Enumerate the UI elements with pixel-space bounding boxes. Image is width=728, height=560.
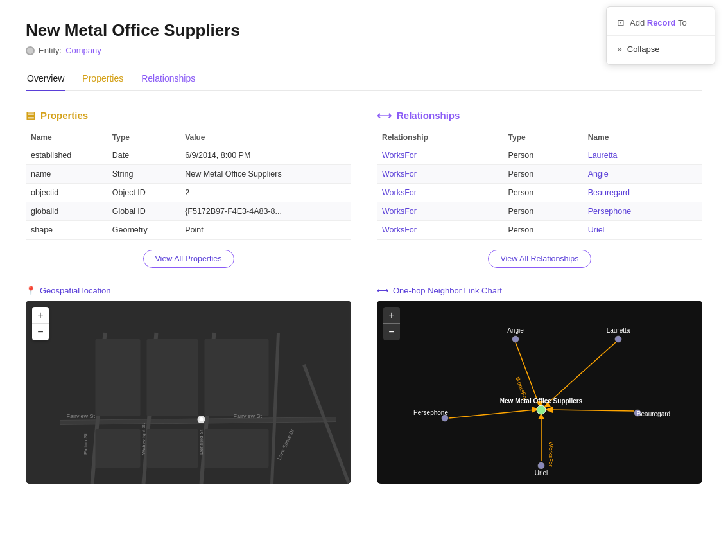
svg-rect-8 <box>96 339 141 416</box>
col-relationship: Relationship <box>377 129 503 146</box>
view-all-properties-container: View All Properties <box>26 250 351 268</box>
rel-name[interactable]: Lauretta <box>583 146 702 165</box>
rel-name[interactable]: Uriel <box>583 221 702 240</box>
svg-point-21 <box>200 417 204 421</box>
svg-point-39 <box>615 336 621 342</box>
rel-type: Person <box>503 221 583 240</box>
svg-rect-13 <box>205 429 269 468</box>
svg-rect-9 <box>96 429 141 468</box>
rel-relationship[interactable]: WorksFor <box>377 221 503 240</box>
prop-value: {F5172B97-F4E3-4A83-8... <box>180 202 351 221</box>
svg-point-43 <box>538 462 544 469</box>
prop-name: objectid <box>26 184 107 202</box>
view-all-relationships-container: View All Relationships <box>377 250 702 268</box>
svg-text:WorksFor: WorksFor <box>548 442 554 467</box>
svg-rect-12 <box>205 339 269 416</box>
properties-section-header: ▤ Properties <box>26 109 351 121</box>
tab-properties[interactable]: Properties <box>81 68 125 91</box>
relationship-row: WorksFor Person Persephone <box>377 202 702 221</box>
graph-zoom-out-button[interactable]: − <box>383 324 400 340</box>
relationships-section-header: ⟷ Relationships <box>377 109 702 121</box>
svg-text:Fairview St: Fairview St <box>67 413 96 419</box>
map-zoom-out-button[interactable]: − <box>32 324 49 340</box>
svg-rect-11 <box>147 429 198 468</box>
graph-container[interactable]: + − WorksFor <box>377 301 702 484</box>
prop-value: New Metal Office Suppliers <box>180 165 351 184</box>
svg-rect-10 <box>147 339 198 416</box>
prop-name: name <box>26 165 107 184</box>
svg-text:Fairview St: Fairview St <box>234 413 263 419</box>
col-rel-name: Name <box>583 129 702 146</box>
prop-type: Object ID <box>107 184 180 202</box>
collapse-label: Collapse <box>627 44 660 54</box>
properties-icon: ▤ <box>26 109 35 121</box>
map-controls: + − <box>32 307 49 340</box>
rel-name[interactable]: Angie <box>583 165 702 184</box>
prop-name: shape <box>26 221 107 240</box>
graph-svg: WorksFor WorksFor <box>377 301 702 484</box>
rel-relationship[interactable]: WorksFor <box>377 202 503 221</box>
add-record-item[interactable]: ⊡ Add Record To <box>607 12 715 33</box>
add-record-label: Add Record To <box>630 18 687 28</box>
svg-text:New Metal Office Suppliers: New Metal Office Suppliers <box>500 398 583 405</box>
prop-type: Geometry <box>107 221 180 240</box>
rel-type: Person <box>503 202 583 221</box>
rel-name[interactable]: Beauregard <box>583 184 702 202</box>
col-name: Name <box>26 129 107 146</box>
menu-divider <box>607 35 715 36</box>
relationship-row: WorksFor Person Angie <box>377 165 702 184</box>
entity-label: Entity: <box>39 46 62 55</box>
properties-row: name String New Metal Office Suppliers <box>26 165 351 184</box>
svg-text:Angie: Angie <box>507 327 524 334</box>
properties-section: ▤ Properties Name Type Value established… <box>26 109 351 268</box>
rel-name[interactable]: Persephone <box>583 202 702 221</box>
graph-title: One-hop Neighbor Link Chart <box>393 286 502 295</box>
graph-zoom-in-button[interactable]: + <box>383 307 400 324</box>
collapse-item[interactable]: » Collapse <box>607 39 715 59</box>
entity-dot-icon <box>26 46 35 55</box>
relationships-section: ⟷ Relationships Relationship Type Name W… <box>377 109 702 268</box>
map-container[interactable]: + − <box>26 301 351 484</box>
rel-type: Person <box>503 184 583 202</box>
map-zoom-in-button[interactable]: + <box>32 307 49 324</box>
rel-relationship[interactable]: WorksFor <box>377 146 503 165</box>
col-type: Type <box>107 129 180 146</box>
properties-relationships-row: ▤ Properties Name Type Value established… <box>26 109 702 268</box>
relationships-table: Relationship Type Name WorksFor Person L… <box>377 129 702 240</box>
prop-value: 2 <box>180 184 351 202</box>
tab-relationships[interactable]: Relationships <box>140 68 196 91</box>
graph-controls: + − <box>383 307 400 340</box>
svg-text:Patton St: Patton St <box>83 433 89 455</box>
prop-type: Global ID <box>107 202 180 221</box>
prop-value: 6/9/2014, 8:00 PM <box>180 146 351 165</box>
geospatial-section: 📍 Geospatial location + − <box>26 286 351 484</box>
tab-overview[interactable]: Overview <box>26 68 65 91</box>
prop-type: String <box>107 165 180 184</box>
svg-text:Persephone: Persephone <box>413 409 448 416</box>
rel-relationship[interactable]: WorksFor <box>377 184 503 202</box>
location-pin-icon: 📍 <box>26 286 36 295</box>
relationship-row: WorksFor Person Lauretta <box>377 146 702 165</box>
properties-row: shape Geometry Point <box>26 221 351 240</box>
svg-text:Uriel: Uriel <box>535 469 548 477</box>
svg-point-35 <box>537 405 546 414</box>
graph-section: ⟷ One-hop Neighbor Link Chart + − <box>377 286 702 484</box>
svg-rect-22 <box>387 301 692 484</box>
bottom-row: 📍 Geospatial location + − <box>26 286 702 484</box>
rel-relationship[interactable]: WorksFor <box>377 165 503 184</box>
properties-table: Name Type Value established Date 6/9/201… <box>26 129 351 240</box>
rel-type: Person <box>503 146 583 165</box>
context-menu: ⊡ Add Record To » Collapse <box>606 6 715 65</box>
relationship-row: WorksFor Person Uriel <box>377 221 702 240</box>
relationships-icon: ⟷ <box>377 109 392 121</box>
view-all-properties-button[interactable]: View All Properties <box>143 250 234 268</box>
svg-text:Beauregard: Beauregard <box>637 410 670 417</box>
map-svg: Fairview St Fairview St Patton St Wainwr… <box>26 301 351 484</box>
prop-name: established <box>26 146 107 165</box>
col-rel-type: Type <box>503 129 583 146</box>
properties-row: globalid Global ID {F5172B97-F4E3-4A83-8… <box>26 202 351 221</box>
geospatial-header: 📍 Geospatial location <box>26 286 351 295</box>
main-content: New Metal Office Suppliers Entity: Compa… <box>0 0 728 504</box>
entity-row: Entity: Company <box>26 46 702 55</box>
view-all-relationships-button[interactable]: View All Relationships <box>488 250 591 268</box>
